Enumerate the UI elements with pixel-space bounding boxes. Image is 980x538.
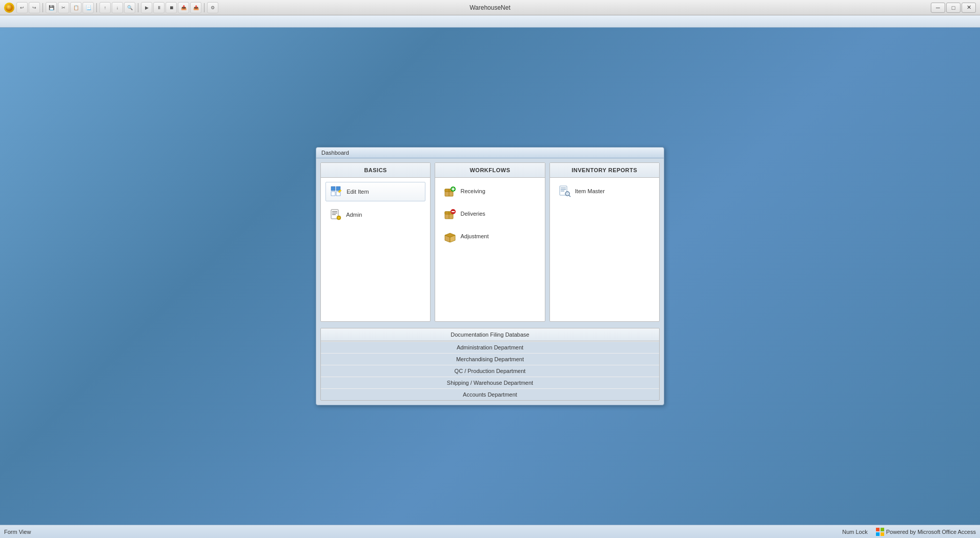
- export-button[interactable]: 📤: [190, 2, 201, 13]
- run-button[interactable]: ▶: [141, 2, 152, 13]
- svg-rect-28: [561, 188, 566, 189]
- powered-by: Powered by Microsoft Office Access: [876, 528, 976, 536]
- maximize-button[interactable]: □: [946, 3, 961, 13]
- separator-4: [204, 3, 205, 12]
- receiving-label: Receiving: [460, 188, 485, 194]
- ribbon: [0, 15, 980, 28]
- item-master-label: Item Master: [575, 188, 605, 194]
- window-title: WarehouseNet: [469, 4, 511, 11]
- import-button[interactable]: 📥: [178, 2, 189, 13]
- admin-label: Admin: [346, 212, 362, 218]
- deliveries-button[interactable]: Deliveries: [440, 204, 540, 223]
- item-master-button[interactable]: Item Master: [555, 182, 655, 200]
- workflows-header: WORKFLOWS: [435, 163, 544, 178]
- svg-rect-37: [881, 532, 884, 536]
- main-area: Dashboard BASICS: [0, 28, 980, 525]
- receiving-icon: [444, 185, 456, 197]
- toolbar: ↩ ↪ 💾 ✂ 📋 📃 ↑ ↓ 🔍 ▶ ⏸ ⏹ 📥 📤 ⚙: [16, 2, 218, 13]
- adjustment-icon: [444, 230, 456, 242]
- copy-button[interactable]: 📋: [70, 2, 81, 13]
- svg-point-32: [566, 193, 568, 195]
- workflows-column: WORKFLOWS: [435, 162, 545, 322]
- svg-rect-10: [332, 214, 336, 215]
- basics-header: BASICS: [321, 163, 430, 178]
- paste-button[interactable]: 📃: [83, 2, 94, 13]
- status-right: Num Lock Powered by Microsoft Office Acc…: [842, 528, 976, 536]
- minimize-button[interactable]: ─: [931, 3, 945, 13]
- redo-button[interactable]: ↪: [29, 2, 40, 13]
- svg-point-0: [6, 4, 13, 11]
- sort-asc-button[interactable]: ↑: [99, 2, 111, 13]
- basics-column: BASICS: [320, 162, 431, 322]
- svg-rect-35: [881, 528, 884, 531]
- filing-header: Documentation Filing Database: [321, 328, 659, 341]
- inventory-header: INVENTORY REPORTS: [550, 163, 659, 178]
- edit-item-icon: [330, 185, 342, 198]
- window-controls: ─ □ ✕: [931, 3, 976, 13]
- filing-section: Documentation Filing Database Administra…: [320, 328, 660, 401]
- stop-button[interactable]: ⏹: [166, 2, 177, 13]
- app-logo: [4, 3, 14, 13]
- admin-dept-item[interactable]: Administration Department: [321, 341, 659, 353]
- accounts-dept-item[interactable]: Accounts Department: [321, 388, 659, 400]
- svg-rect-8: [332, 211, 337, 212]
- admin-button[interactable]: Admin: [325, 205, 425, 224]
- svg-rect-29: [561, 189, 566, 190]
- svg-rect-34: [876, 528, 880, 531]
- adjustment-button[interactable]: Adjustment: [440, 227, 540, 245]
- deliveries-label: Deliveries: [460, 211, 485, 217]
- sort-desc-button[interactable]: ↓: [112, 2, 123, 13]
- dashboard-panel: Dashboard BASICS: [316, 147, 664, 405]
- powered-label: Powered by Microsoft Office Access: [886, 529, 976, 535]
- close-button[interactable]: ✕: [962, 3, 976, 13]
- svg-rect-2: [336, 187, 340, 191]
- status-form-view: Form View: [4, 529, 31, 535]
- inventory-column: INVENTORY REPORTS: [549, 162, 660, 322]
- item-master-icon: [559, 185, 571, 197]
- title-bar: ↩ ↪ 💾 ✂ 📋 📃 ↑ ↓ 🔍 ▶ ⏸ ⏹ 📥 📤 ⚙ WarehouseN…: [0, 0, 980, 15]
- workflows-body: Receiving: [435, 178, 544, 321]
- svg-line-33: [569, 195, 570, 197]
- undo-button[interactable]: ↩: [16, 2, 28, 13]
- basics-body: Edit Item: [321, 178, 430, 321]
- svg-rect-3: [331, 192, 335, 196]
- merchandising-dept-item[interactable]: Merchandising Department: [321, 353, 659, 365]
- save-button[interactable]: 💾: [46, 2, 57, 13]
- dashboard-content: BASICS: [316, 158, 664, 326]
- filter-button[interactable]: 🔍: [124, 2, 135, 13]
- svg-rect-36: [876, 532, 880, 536]
- admin-icon: [330, 209, 342, 221]
- step-button[interactable]: ⏸: [153, 2, 165, 13]
- deliveries-icon: [444, 208, 456, 220]
- separator-1: [43, 3, 43, 12]
- cut-button[interactable]: ✂: [58, 2, 69, 13]
- adjustment-label: Adjustment: [460, 233, 488, 239]
- svg-rect-30: [561, 191, 564, 192]
- svg-point-12: [338, 217, 340, 219]
- receiving-button[interactable]: Receiving: [440, 182, 540, 200]
- edit-item-label: Edit Item: [346, 189, 369, 195]
- svg-rect-9: [332, 213, 337, 214]
- edit-item-button[interactable]: Edit Item: [325, 182, 425, 201]
- shipping-dept-item[interactable]: Shipping / Warehouse Department: [321, 377, 659, 388]
- numlock-status: Num Lock: [842, 529, 868, 535]
- status-bar: Form View Num Lock Powered by Microsoft …: [0, 525, 980, 538]
- svg-rect-1: [331, 187, 335, 191]
- dashboard-title: Dashboard: [316, 148, 664, 158]
- qc-dept-item[interactable]: QC / Production Department: [321, 365, 659, 377]
- separator-2: [96, 3, 97, 12]
- title-bar-left: ↩ ↪ 💾 ✂ 📋 📃 ↑ ↓ 🔍 ▶ ⏸ ⏹ 📥 📤 ⚙: [4, 2, 218, 13]
- separator-3: [138, 3, 138, 12]
- inventory-body: Item Master: [550, 178, 659, 321]
- settings-button[interactable]: ⚙: [207, 2, 218, 13]
